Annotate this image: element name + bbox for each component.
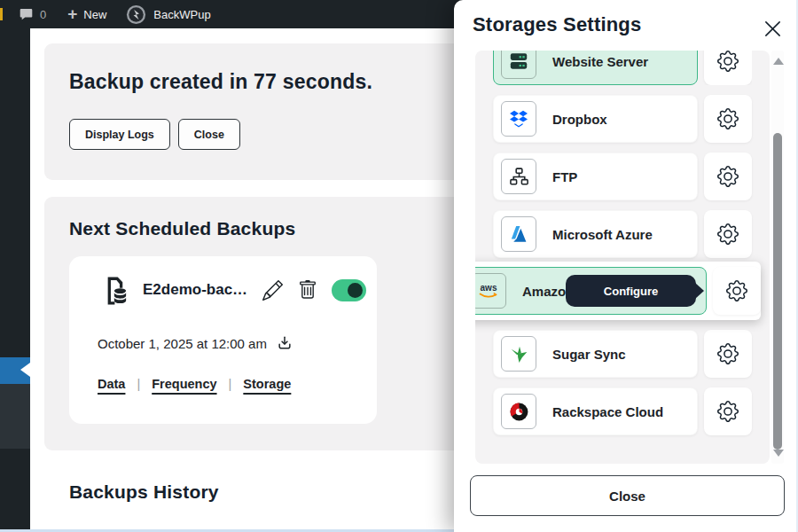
aws-icon: aws — [475, 273, 506, 309]
storage-entry: FTP — [493, 153, 752, 200]
sidebar-submenu-strip — [0, 384, 30, 449]
backup-file-database-icon — [102, 274, 129, 306]
storage-entry: awsAmazon S3Configure — [475, 262, 761, 320]
link-separator: | — [137, 377, 140, 391]
notification-badge-sliver — [0, 8, 3, 20]
storage-configure-button[interactable] — [713, 267, 761, 315]
server-icon — [501, 51, 536, 79]
backups-history-title: Backups History — [69, 481, 219, 503]
edit-job-button[interactable] — [262, 280, 283, 301]
storage-entry: Rackspace Cloud — [493, 387, 752, 435]
storage-row-sugar-sync[interactable]: Sugar Sync — [493, 330, 698, 378]
storage-configure-button[interactable] — [704, 95, 752, 143]
scroll-up-arrow-icon[interactable] — [773, 58, 784, 65]
job-name: E2demo-bac… — [143, 281, 247, 299]
storage-configure-button[interactable] — [704, 51, 752, 85]
trash-icon — [298, 280, 317, 300]
storages-settings-modal: Storages Settings Website ServerDropboxF… — [454, 0, 798, 532]
job-link-data[interactable]: Data — [98, 377, 125, 391]
job-next-run-datetime: October 1, 2025 at 12:00 am — [98, 336, 267, 351]
gear-icon — [717, 343, 739, 364]
delete-job-button[interactable] — [298, 280, 317, 300]
configure-tooltip: Configure — [566, 275, 696, 307]
wp-admin-sidebar — [0, 28, 30, 532]
comments-count: 0 — [40, 8, 46, 21]
storage-label: Microsoft Azure — [552, 227, 653, 242]
next-scheduled-backups-section: Next Scheduled Backups E2demo-bac… — [44, 197, 484, 450]
comment-bubble-icon — [19, 7, 34, 21]
backwpup-label: BackWPup — [153, 8, 210, 21]
svg-text:aws: aws — [481, 283, 497, 293]
configure-tooltip-label: Configure — [604, 285, 658, 298]
storage-configure-button[interactable] — [704, 387, 752, 435]
notice-close-button[interactable]: Close — [178, 119, 240, 150]
storage-row-ftp[interactable]: FTP — [493, 153, 698, 200]
storage-entry: Sugar Sync — [493, 330, 752, 378]
job-link-frequency[interactable]: Frequency — [152, 377, 216, 391]
modal-close-button[interactable]: Close — [470, 475, 785, 516]
sugarsync-icon — [501, 336, 536, 372]
job-active-toggle[interactable] — [332, 279, 366, 301]
job-link-storage[interactable]: Storage — [243, 377, 291, 391]
storage-configure-button[interactable] — [704, 210, 752, 258]
toggle-knob — [348, 283, 363, 298]
admin-bar-backwpup[interactable]: BackWPup — [126, 4, 210, 25]
storage-entry: Website Server — [493, 51, 752, 85]
azure-icon — [501, 216, 536, 252]
storage-row-website-server[interactable]: Website Server — [493, 51, 698, 85]
download-icon[interactable] — [276, 334, 293, 352]
backup-success-notice: Backup created in 77 seconds. Display Lo… — [44, 43, 484, 180]
rackspace-icon — [501, 394, 536, 429]
storage-entry: Dropbox — [493, 95, 752, 143]
storage-configure-button[interactable] — [704, 330, 752, 378]
storage-label: Sugar Sync — [552, 347, 626, 362]
storage-configure-button[interactable] — [704, 153, 752, 200]
backwpup-app-window: 0 + New BackWPup Backup created in 77 se… — [0, 0, 798, 532]
gear-icon — [717, 401, 739, 422]
gear-icon — [717, 51, 739, 72]
storage-label: Rackspace Cloud — [552, 404, 663, 419]
section-title: Next Scheduled Backups — [69, 218, 295, 239]
tooltip-arrow — [695, 283, 704, 299]
modal-scrollbar[interactable] — [771, 51, 784, 464]
storage-row-rackspace-cloud[interactable]: Rackspace Cloud — [493, 387, 698, 435]
ftp-icon — [501, 159, 536, 194]
admin-bar-comments[interactable]: 0 — [19, 7, 46, 21]
modal-title: Storages Settings — [473, 13, 641, 36]
new-label: New — [83, 8, 106, 21]
pencil-icon — [262, 280, 283, 301]
admin-bar-new-button[interactable]: + New — [67, 7, 106, 22]
close-icon — [763, 19, 783, 39]
scroll-down-arrow-icon[interactable] — [773, 450, 784, 457]
scrollbar-thumb[interactable] — [773, 133, 782, 450]
backwpup-logo-icon — [126, 4, 146, 25]
dropbox-icon — [501, 101, 536, 137]
storage-list-panel: Website ServerDropboxFTPMicrosoft Azurea… — [475, 51, 770, 464]
storage-label: Website Server — [552, 54, 648, 69]
modal-close-x-button[interactable] — [761, 17, 784, 40]
plus-icon: + — [67, 5, 77, 22]
storage-label: Dropbox — [552, 112, 607, 127]
chevron-left-icon — [20, 363, 30, 377]
display-logs-button[interactable]: Display Logs — [69, 119, 170, 150]
gear-icon — [717, 108, 739, 129]
notice-title: Backup created in 77 seconds. — [69, 70, 372, 94]
gear-icon — [717, 166, 739, 187]
storage-row-microsoft-azure[interactable]: Microsoft Azure — [493, 210, 698, 258]
storage-label: FTP — [552, 169, 577, 184]
storage-row-dropbox[interactable]: Dropbox — [493, 95, 698, 143]
link-separator: | — [229, 377, 232, 391]
job-links-row: Data | Frequency | Storage — [98, 377, 291, 391]
gear-icon — [717, 223, 739, 245]
storage-list: Website ServerDropboxFTPMicrosoft Azurea… — [475, 51, 770, 464]
storage-entry: Microsoft Azure — [493, 210, 752, 258]
gear-icon — [726, 280, 747, 301]
scheduled-job-card: E2demo-bac… October 1, 2025 at 12:00 am — [69, 256, 377, 424]
